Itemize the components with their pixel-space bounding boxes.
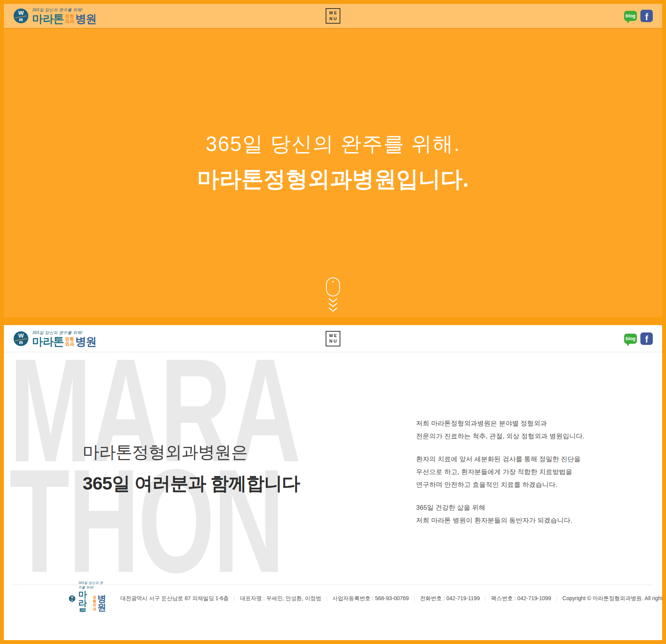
mouse-icon [326, 277, 340, 296]
badge-monogram: W [71, 596, 74, 599]
footer-separator [327, 596, 327, 601]
page: W MARATHON 365일 당신의 완주를 위해! 마라톤 정형 외과 병원 [0, 0, 666, 644]
marathon-badge-icon: W MARATHON [13, 8, 29, 24]
logo-name-main: 마라톤 [32, 336, 64, 347]
about-copy: 저희 마라톤정형외과병원은 분야별 정형외과 전문의가 진료하는 척추, 관절,… [416, 417, 584, 537]
menu-line-2: NU [330, 339, 338, 344]
menu-line-2: NU [330, 16, 338, 21]
site-logo[interactable]: W MARATHON 365일 당신의 완주를 위해! 마라톤 정형 외과 병원 [13, 330, 96, 347]
copy-line: 전문의가 진료하는 척추, 관절, 외상 정형외과 병원입니다. [416, 430, 584, 443]
footer-separator [557, 596, 557, 601]
facebook-label: f [645, 334, 648, 345]
about-paragraph: 365일 건강한 삶을 위해 저희 마라톤 병원이 환자분들의 동반자가 되겠습… [416, 501, 584, 527]
menu-button[interactable]: ME NU [326, 8, 340, 24]
about-content: MARA THON 마라톤정형외과병원은 365일 여러분과 함께합니다 저희 … [4, 353, 662, 612]
about-section: W MARATHON 365일 당신의 완주를 위해! 마라톤 정형 외과 병원 [4, 325, 662, 640]
marathon-badge-icon: W MARATHON [13, 331, 29, 346]
logo-name-suffix: 병원 [75, 14, 96, 24]
header-about: W MARATHON 365일 당신의 완주를 위해! 마라톤 정형 외과 병원 [4, 325, 662, 352]
logo-name-sub-bottom: 외과 [65, 19, 74, 24]
about-paragraph: 환자의 치료에 앞서 세분화된 검사를 통해 정밀한 진단을 우선으로 하고, … [416, 453, 584, 491]
badge-monogram: W [18, 9, 24, 16]
menu-line-1: ME [329, 10, 338, 16]
menu-button[interactable]: ME NU [326, 331, 340, 346]
footer-info: 대전광역시 서구 둔산남로 87 의재빌딩 1-6층 대표자명 : 우세민, 안… [120, 595, 662, 602]
hero-line-1: 365일 당신의 완주를 위해. [4, 130, 662, 158]
logo-name-sub: 정형 외과 [92, 596, 96, 611]
copy-line: 365일 건강한 삶을 위해 [416, 501, 584, 514]
logo-name-suffix: 병원 [97, 595, 106, 612]
logo-name-sub: 정형 외과 [65, 14, 74, 24]
logo-name-sub-bottom: 외과 [92, 603, 96, 611]
logo-name-sub-bottom: 외과 [65, 342, 74, 347]
footer-phone: 전화번호 : 042-719-1199 [420, 595, 480, 602]
copy-line: 환자의 치료에 앞서 세분화된 검사를 통해 정밀한 진단을 [416, 453, 584, 466]
footer-ceo: 대표자명 : 우세민, 안성환, 이정범 [240, 595, 321, 602]
footer-separator [414, 596, 415, 601]
blog-label: blog [626, 13, 635, 19]
logo-tagline: 365일 당신의 완주를 위해! [32, 330, 96, 336]
logo-name-main: 마라톤 [32, 14, 64, 24]
logo-name-main: 마라톤 [78, 590, 92, 612]
logo-text: 365일 당신의 완주를 위해! 마라톤 정형 외과 병원 [32, 7, 96, 24]
footer-logo[interactable]: W MARATHON 365일 당신의 완주를 위해! 마라톤 정형 외과 [69, 581, 106, 612]
about-heading-line-1: 마라톤정형외과병원은 [83, 441, 300, 464]
site-logo[interactable]: W MARATHON 365일 당신의 완주를 위해! 마라톤 정형 외과 병원 [13, 7, 96, 24]
naver-blog-icon[interactable]: blog [624, 11, 637, 21]
footer-address: 대전광역시 서구 둔산남로 87 의재빌딩 1-6층 [120, 595, 229, 602]
about-heading: 마라톤정형외과병원은 365일 여러분과 함께합니다 [83, 441, 300, 496]
copy-line: 연구하며 안전하고 효율적인 치료를 하겠습니다. [416, 478, 584, 491]
footer-copyright: Copyright © 마라톤정형외과병원. All rights reserv… [562, 595, 662, 602]
copy-line: 저희 마라톤정형외과병원은 분야별 정형외과 [416, 417, 584, 430]
header-hero: W MARATHON 365일 당신의 완주를 위해! 마라톤 정형 외과 병원 [4, 4, 662, 29]
footer: W MARATHON 365일 당신의 완주를 위해! 마라톤 정형 외과 [12, 585, 654, 612]
logo-text: 365일 당신의 완주를 위해! 마라톤 정형 외과 병원 [78, 581, 106, 612]
footer-fax: 팩스번호 : 042-719-1099 [491, 595, 551, 602]
naver-blog-icon[interactable]: blog [624, 334, 637, 344]
chevron-down-icon [326, 297, 340, 313]
logo-tagline: 365일 당신의 완주를 위해! [78, 581, 106, 589]
logo-name-sub: 정형 외과 [65, 337, 74, 346]
hero-section: W MARATHON 365일 당신의 완주를 위해! 마라톤 정형 외과 병원 [4, 4, 662, 317]
footer-separator [234, 596, 234, 601]
facebook-label: f [645, 12, 648, 23]
sns-links: blog f [624, 332, 653, 345]
copy-line: 저희 마라톤 병원이 환자분들의 동반자가 되겠습니다. [416, 514, 584, 527]
copy-line: 우선으로 하고, 환자분들에게 가장 적합한 치료방법을 [416, 466, 584, 478]
hero-text: 365일 당신의 완주를 위해. 마라톤정형외과병원입니다. [4, 130, 662, 194]
facebook-icon[interactable]: f [640, 332, 653, 345]
about-heading-line-2: 365일 여러분과 함께합니다 [83, 471, 300, 496]
menu-line-1: ME [329, 333, 338, 338]
facebook-icon[interactable]: f [640, 10, 653, 22]
logo-text: 365일 당신의 완주를 위해! 마라톤 정형 외과 병원 [32, 330, 96, 347]
footer-business-number: 사업자등록번호 : 568-93-00769 [333, 595, 409, 602]
blog-label: blog [626, 336, 635, 341]
scroll-indicator[interactable] [326, 277, 340, 313]
about-paragraph: 저희 마라톤정형외과병원은 분야별 정형외과 전문의가 진료하는 척추, 관절,… [416, 417, 584, 443]
footer-separator [485, 596, 486, 601]
hero-banner: 365일 당신의 완주를 위해. 마라톤정형외과병원입니다. [4, 29, 662, 317]
logo-name-sub-top: 정형 [65, 337, 74, 342]
badge-monogram: W [18, 332, 24, 339]
logo-name-sub-top: 정형 [92, 596, 96, 603]
marathon-badge-icon: W MARATHON [69, 592, 75, 605]
sns-links: blog f [624, 10, 653, 22]
hero-line-2: 마라톤정형외과병원입니다. [4, 164, 662, 194]
logo-tagline: 365일 당신의 완주를 위해! [32, 7, 96, 13]
logo-name-suffix: 병원 [75, 336, 96, 347]
